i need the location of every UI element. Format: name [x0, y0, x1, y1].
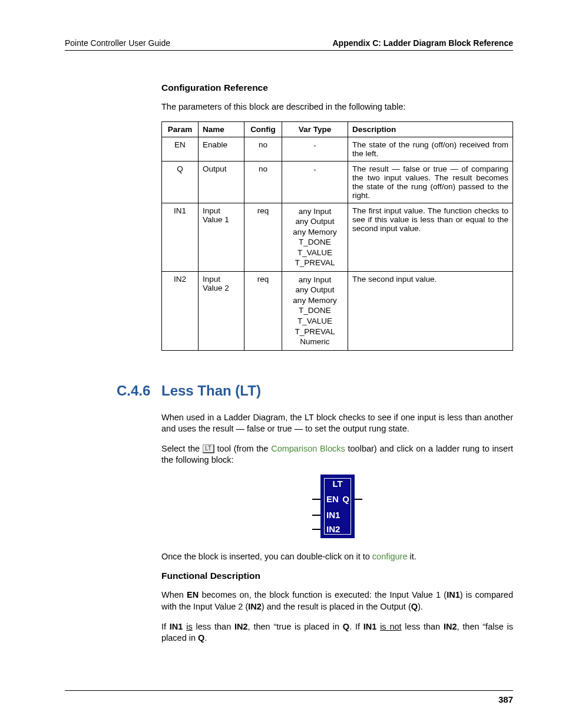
th-config: Config	[244, 121, 282, 137]
header-rule	[65, 50, 513, 51]
th-description: Description	[348, 121, 513, 137]
header-right: Appendix C: Ladder Diagram Block Referen…	[332, 38, 513, 48]
table-row: IN2Input Value 2reqany Inputany Outputan…	[162, 271, 513, 350]
func-para-2: If IN1 is less than IN2, then “true is p…	[161, 621, 513, 644]
block-rect: LT EN Q IN1 IN2	[320, 475, 355, 538]
section-heading-row: C.4.6 Less Than (LT)	[65, 383, 513, 399]
header-left: Pointe Controller User Guide	[65, 38, 170, 48]
section-title: Less Than (LT)	[161, 383, 261, 399]
p2-a: Select the	[161, 444, 203, 453]
section-para-3: Once the block is inserted, you can doub…	[161, 551, 513, 563]
lt-tool-icon: LT	[203, 444, 214, 453]
func-para-1: When EN becomes on, the block function i…	[161, 589, 513, 612]
th-vartype: Var Type	[282, 121, 348, 137]
block-label-en: EN	[326, 494, 339, 504]
config-ref-table: Param Name Config Var Type Description E…	[161, 121, 513, 351]
functional-desc-heading: Functional Description	[161, 571, 513, 581]
footer-rule	[65, 690, 513, 691]
page-number: 387	[65, 694, 513, 704]
page-footer: 387	[65, 687, 513, 704]
page-header: Pointe Controller User Guide Appendix C:…	[65, 38, 513, 48]
table-row: QOutputno-The result — false or true — o…	[162, 161, 513, 203]
th-param: Param	[162, 121, 199, 137]
comparison-blocks-link[interactable]: Comparison Blocks	[271, 444, 345, 453]
block-label-q: Q	[342, 494, 349, 504]
block-label-lt: LT	[320, 479, 355, 489]
table-header-row: Param Name Config Var Type Description	[162, 121, 513, 137]
tick	[312, 499, 320, 500]
table-row: IN1Input Value 1reqany Inputany Outputan…	[162, 203, 513, 271]
tick	[312, 529, 320, 530]
configure-link[interactable]: configure	[372, 552, 408, 561]
config-ref-heading: Configuration Reference	[161, 83, 513, 93]
block-label-in1: IN1	[326, 510, 340, 520]
section-number: C.4.6	[65, 383, 161, 399]
p3-a: Once the block is inserted, you can doub…	[161, 552, 372, 561]
section-para-1: When used in a Ladder Diagram, the LT bl…	[161, 412, 513, 435]
section-para-2: Select the LT tool (from the Comparison …	[161, 443, 513, 466]
block-label-in2: IN2	[326, 524, 340, 534]
lt-block-figure: LT EN Q IN1 IN2	[312, 475, 362, 538]
config-ref-intro: The parameters of this block are describ…	[161, 101, 513, 113]
tick	[354, 499, 362, 500]
table-row: ENEnableno-The state of the rung (off/on…	[162, 137, 513, 161]
tick	[312, 515, 320, 516]
th-name: Name	[199, 121, 244, 137]
p2-b: tool (from the	[214, 444, 271, 453]
p3-b: it.	[408, 552, 416, 561]
